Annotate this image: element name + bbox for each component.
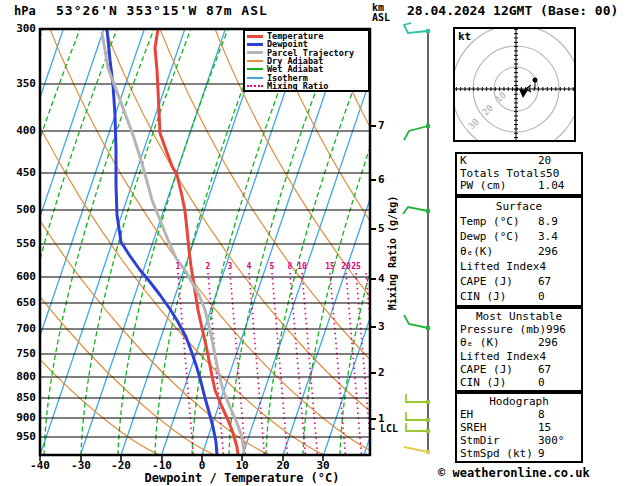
most-unstable-table: Most UnstablePressure (mb)996θₑ (K)296Li… bbox=[455, 307, 583, 392]
row-label: Pressure (mb) bbox=[460, 323, 546, 336]
table-row: CIN (J)0 bbox=[460, 376, 578, 389]
mixing-ratio-label: 2 bbox=[201, 262, 215, 271]
wet-adiabat-line bbox=[118, 29, 228, 455]
pressure-tick-label: 450 bbox=[0, 166, 36, 179]
legend-item: Mixing Ratio bbox=[247, 82, 368, 90]
mixing-ratio-label: 25 bbox=[349, 262, 363, 271]
row-value: 15 bbox=[538, 421, 578, 434]
wind-barb bbox=[404, 447, 428, 452]
row-value: 296 bbox=[538, 336, 578, 349]
wind-barb-marker bbox=[426, 418, 430, 422]
mixing-ratio-axis-label: Mixing Ratio (g/kg) bbox=[387, 196, 398, 310]
pressure-tick-label: 700 bbox=[0, 322, 36, 335]
row-value: 8 bbox=[538, 408, 578, 421]
row-label: CIN (J) bbox=[460, 289, 538, 304]
surface-table: SurfaceTemp (°C)8.9Dewp (°C)3.4θₑ(K)296L… bbox=[455, 196, 583, 307]
hodograph-table: HodographEH8SREH15StmDir300°StmSpd (kt)9 bbox=[455, 392, 583, 463]
km-tick-label: 2 bbox=[378, 366, 390, 379]
wind-barb bbox=[404, 315, 428, 328]
wind-barb-marker bbox=[426, 326, 430, 330]
row-label: Lifted Index bbox=[460, 350, 539, 363]
mixing-ratio-label: 10 bbox=[295, 262, 309, 271]
table-row: CAPE (J)67 bbox=[460, 363, 578, 376]
pressure-tick-label: 600 bbox=[0, 270, 36, 283]
table-row: θₑ(K)296 bbox=[460, 244, 578, 259]
table-row: θₑ (K)296 bbox=[460, 336, 578, 349]
wet-adiabat-line bbox=[81, 29, 191, 455]
row-label: CAPE (J) bbox=[460, 274, 538, 289]
row-value: 0 bbox=[538, 289, 578, 304]
row-label: θₑ (K) bbox=[460, 336, 538, 349]
wind-barb-marker bbox=[426, 429, 430, 433]
table-row: CIN (J)0 bbox=[460, 289, 578, 304]
dry-adiabat-legend-swatch bbox=[247, 60, 263, 62]
row-value: 67 bbox=[538, 274, 578, 289]
table-row: StmDir300° bbox=[460, 434, 578, 447]
row-label: EH bbox=[460, 408, 538, 421]
row-value: 296 bbox=[538, 244, 578, 259]
table-header: Hodograph bbox=[460, 395, 578, 408]
wind-barb-marker bbox=[426, 29, 430, 33]
row-value: 4 bbox=[539, 350, 578, 363]
mixing-ratio-label: 15 bbox=[323, 262, 337, 271]
km-tick-label: 7 bbox=[378, 119, 390, 132]
mixing-ratio-label: 1 bbox=[171, 262, 185, 271]
table-header: Most Unstable bbox=[460, 310, 578, 323]
mixing-ratio-label: 4 bbox=[242, 262, 256, 271]
pressure-tick-label: 350 bbox=[0, 77, 36, 90]
table-row: EH8 bbox=[460, 408, 578, 421]
mixing-ratio-line bbox=[346, 273, 361, 455]
wind-barb-marker bbox=[426, 450, 430, 454]
wind-barb bbox=[403, 207, 428, 214]
mixing-ratio-label: 3 bbox=[223, 262, 237, 271]
mixing-ratio-legend-swatch bbox=[247, 85, 263, 87]
isotherm-legend-swatch bbox=[247, 77, 263, 79]
row-value: 9 bbox=[538, 447, 578, 460]
row-label: K bbox=[460, 155, 538, 168]
row-label: CAPE (J) bbox=[460, 363, 538, 376]
row-label: Dewp (°C) bbox=[460, 229, 538, 244]
asl-axis-header: ASL bbox=[372, 12, 390, 23]
isotherm-line bbox=[243, 29, 388, 455]
km-tick-label: 6 bbox=[378, 173, 390, 186]
table-row: CAPE (J)67 bbox=[460, 274, 578, 289]
temp-tick-label: -40 bbox=[24, 459, 56, 472]
table-row: Pressure (mb)996 bbox=[460, 323, 578, 336]
pressure-tick-label: 400 bbox=[0, 124, 36, 137]
row-label: SREH bbox=[460, 421, 538, 434]
row-label: PW (cm) bbox=[460, 180, 538, 193]
temp-tick-label: -30 bbox=[65, 459, 97, 472]
temperature-legend-swatch bbox=[247, 35, 263, 38]
pressure-tick-label: 900 bbox=[0, 411, 36, 424]
pressure-tick-label: 550 bbox=[0, 237, 36, 250]
row-label: Temp (°C) bbox=[460, 214, 538, 229]
row-label: StmSpd (kt) bbox=[460, 447, 538, 460]
table-row: PW (cm)1.04 bbox=[460, 180, 578, 193]
isotherm-line bbox=[283, 29, 428, 455]
table-row: Lifted Index4 bbox=[460, 259, 578, 274]
pressure-tick-label: 950 bbox=[0, 430, 36, 443]
row-value: 3.4 bbox=[538, 229, 578, 244]
row-label: StmDir bbox=[460, 434, 538, 447]
table-row: Temp (°C)8.9 bbox=[460, 214, 578, 229]
wind-barb bbox=[404, 126, 428, 140]
wind-barb bbox=[406, 423, 428, 431]
row-value: 300° bbox=[538, 434, 578, 447]
dewpoint-legend-swatch bbox=[247, 43, 263, 46]
table-row: K20 bbox=[460, 155, 578, 168]
row-value: 20 bbox=[538, 155, 578, 168]
row-value: 1.04 bbox=[538, 180, 578, 193]
copyright-footer: © weatheronline.co.uk bbox=[438, 466, 590, 480]
table-row: StmSpd (kt)9 bbox=[460, 447, 578, 460]
wind-barb bbox=[406, 412, 428, 420]
wet-adiabat-legend-swatch bbox=[247, 68, 263, 70]
wet-adiabat-line bbox=[155, 29, 265, 455]
wind-barb bbox=[404, 23, 428, 33]
pressure-tick-label: 750 bbox=[0, 347, 36, 360]
hodograph-panel: 102030 kt bbox=[453, 27, 576, 142]
indices-table: K20Totals Totals50PW (cm)1.04 bbox=[455, 152, 583, 196]
wet-adiabat-line bbox=[44, 29, 154, 455]
table-row: SREH15 bbox=[460, 421, 578, 434]
wind-barb bbox=[406, 394, 428, 402]
x-axis-label: Dewpoint / Temperature (°C) bbox=[102, 471, 382, 485]
